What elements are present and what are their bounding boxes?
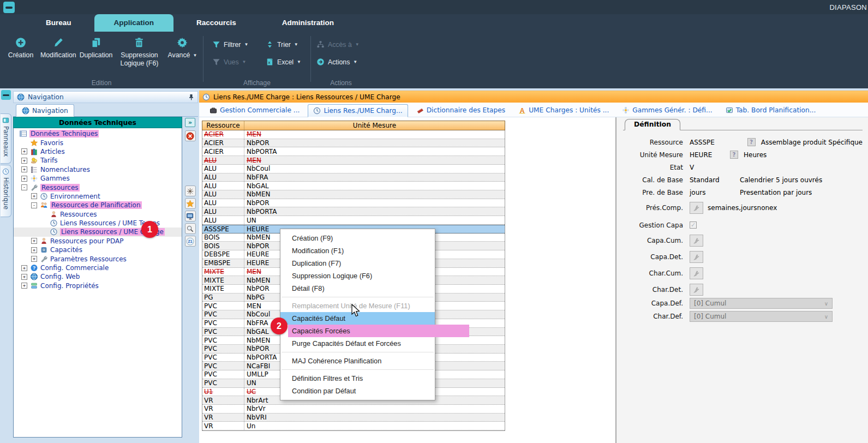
table-row[interactable]: ALUNbPORTA bbox=[202, 207, 505, 216]
document-tab-1[interactable]: Gestion Commerciale ... bbox=[205, 104, 304, 117]
menu-item-modification-f1[interactable]: Modification (F1) bbox=[280, 244, 435, 257]
menu-item-d-finition-filtres-et-tris[interactable]: Définition Filtres et Tris bbox=[280, 372, 435, 385]
tree-item-config-commerciale[interactable]: +?Config. Commerciale bbox=[14, 264, 182, 272]
expand-icon[interactable]: + bbox=[31, 193, 37, 199]
column-header-unite-mesure[interactable]: Unité Mesure bbox=[244, 121, 505, 130]
document-tab-5[interactable]: Gammes Génér. : Défi... bbox=[617, 104, 717, 117]
expand-icon[interactable]: + bbox=[31, 238, 37, 244]
table-row[interactable]: VRNbVRI bbox=[202, 414, 505, 422]
tree-item-ressources-de-planification[interactable]: -Ressources de Planification bbox=[14, 201, 182, 209]
definition-tab[interactable]: Définition bbox=[625, 119, 680, 130]
help-button[interactable]: ? bbox=[730, 151, 738, 159]
help-button[interactable]: ? bbox=[747, 138, 756, 146]
display-button[interactable] bbox=[185, 211, 196, 222]
avance-button[interactable]: Avancé▼ bbox=[166, 37, 199, 59]
sort-button[interactable]: Z1 bbox=[185, 236, 196, 247]
tree-item-nomenclatures[interactable]: +Nomenclatures bbox=[14, 165, 182, 174]
trier-button[interactable]: Trier ▼ bbox=[266, 40, 298, 49]
document-tab-2[interactable]: Liens Res./UME Charg... bbox=[308, 104, 408, 117]
edit-hand-button[interactable] bbox=[690, 284, 703, 296]
table-row[interactable]: ALUUN bbox=[202, 216, 505, 225]
table-row[interactable]: ALUNbFRA bbox=[202, 173, 505, 182]
edit-hand-button[interactable] bbox=[690, 202, 703, 214]
tree-item-capacit-s[interactable]: +Capacités bbox=[14, 246, 182, 254]
tree-item-config-web[interactable]: +Config. Web bbox=[14, 272, 182, 281]
close-panel-button[interactable] bbox=[185, 130, 196, 141]
table-row[interactable]: ALUNbMEN bbox=[202, 190, 505, 199]
table-row[interactable]: ACIERNbPORTA bbox=[202, 147, 505, 156]
dropdown-char-def-[interactable]: [0] Cumul∨ bbox=[690, 311, 833, 322]
panneaux-side-tab[interactable]: Panneaux bbox=[1, 113, 11, 164]
excel-button[interactable]: x Excel ▼ bbox=[266, 58, 301, 66]
app-logo-icon[interactable] bbox=[3, 2, 15, 13]
tree-item-ressources[interactable]: +Ressources bbox=[14, 210, 182, 219]
edit-hand-button[interactable] bbox=[690, 267, 703, 279]
edit-hand-button[interactable] bbox=[690, 251, 703, 263]
app-logo-icon[interactable] bbox=[1, 90, 11, 100]
table-row[interactable]: ALUNbPOR bbox=[202, 199, 505, 208]
menu-item-d-tail-f8[interactable]: Détail (F8) bbox=[280, 282, 435, 295]
expand-icon[interactable]: + bbox=[21, 166, 27, 172]
tree-item-ressources[interactable]: -Ressources bbox=[14, 183, 182, 191]
tree-item-ressources-pour-pdap[interactable]: +Ressources pour PDAP bbox=[14, 237, 182, 246]
menu-item-condition-par-d-faut[interactable]: Condition par Défaut bbox=[280, 385, 435, 397]
expand-icon[interactable]: + bbox=[21, 274, 27, 280]
modification-button[interactable]: Modification bbox=[40, 37, 76, 59]
menu-item-purge-capacit-s-d-faut-et-forc-es[interactable]: Purge Capacités Défaut et Forcées bbox=[280, 337, 435, 350]
document-tab-3[interactable]: Dictionnaire des Etapes bbox=[411, 104, 511, 117]
menu-item-duplication-f7[interactable]: Duplication (F7) bbox=[280, 257, 435, 270]
document-tab-6[interactable]: Tab. Bord Planification... bbox=[721, 104, 821, 117]
table-row[interactable]: VRUn bbox=[202, 422, 505, 430]
expand-icon[interactable]: + bbox=[21, 265, 27, 271]
tab-administration[interactable]: Administration bbox=[259, 14, 357, 32]
menu-item-maj-coh-rence-planification[interactable]: MAJ Cohérence Planification bbox=[280, 355, 435, 367]
pin-icon[interactable] bbox=[188, 94, 194, 100]
tree-item-donn-es-techniques[interactable]: Données Techniques bbox=[14, 129, 182, 138]
expand-icon[interactable]: + bbox=[31, 256, 37, 262]
expand-tree-button[interactable]: » bbox=[185, 118, 195, 127]
table-row[interactable]: ACIERMEN bbox=[202, 130, 505, 139]
table-row[interactable]: ALUMEN bbox=[202, 156, 505, 165]
tree-item-config-propri-t-s[interactable]: +Config. Propriétés bbox=[14, 282, 182, 290]
menu-item-suppression-logique-f6[interactable]: Suppression Logique (F6) bbox=[280, 270, 435, 282]
navigation-tab[interactable]: Navigation bbox=[16, 104, 74, 117]
tree-item-gammes[interactable]: +Gammes bbox=[14, 174, 182, 183]
expand-icon[interactable]: + bbox=[21, 158, 27, 164]
tree-item-tarifs[interactable]: +Tarifs bbox=[14, 156, 182, 165]
suppression-logique-button[interactable]: Suppression Logique (F6) bbox=[116, 37, 163, 68]
table-row[interactable]: ACIERNbPOR bbox=[202, 139, 505, 148]
historique-side-tab[interactable]: Historique bbox=[1, 165, 11, 217]
vues-button[interactable]: Vues ▼ bbox=[212, 58, 255, 66]
tree-item-favoris[interactable]: +Favoris bbox=[14, 138, 182, 147]
actions-button[interactable]: Actions ▼ bbox=[316, 58, 371, 66]
tab-raccourcis[interactable]: Raccourcis bbox=[173, 14, 259, 32]
menu-item-capacit-s-forc-es[interactable]: Capacités Forcées bbox=[280, 325, 435, 337]
collapse-icon[interactable]: - bbox=[21, 184, 27, 190]
edit-hand-button[interactable] bbox=[690, 235, 703, 247]
table-row[interactable]: ALUNbGAL bbox=[202, 182, 505, 190]
expand-icon[interactable]: + bbox=[31, 247, 37, 253]
tree-item-environnement[interactable]: +Environnement bbox=[14, 192, 182, 201]
tree-item-articles[interactable]: +Articles bbox=[14, 147, 182, 156]
tools-button[interactable] bbox=[185, 185, 196, 196]
search-button[interactable] bbox=[185, 223, 196, 234]
tab-bureau[interactable]: Bureau bbox=[23, 14, 94, 32]
tab-application[interactable]: Application bbox=[94, 14, 174, 32]
creation-button[interactable]: Création bbox=[4, 37, 37, 59]
duplication-button[interactable]: Duplication bbox=[80, 37, 113, 59]
expand-icon[interactable]: + bbox=[21, 148, 27, 154]
expand-icon[interactable]: + bbox=[21, 283, 27, 289]
favorites-button[interactable] bbox=[185, 198, 196, 209]
expand-icon[interactable]: + bbox=[21, 176, 27, 182]
tree-item-param-tres-ressources[interactable]: +Paramètres Ressources bbox=[14, 254, 182, 263]
dropdown-capa-def-[interactable]: [0] Cumul∨ bbox=[690, 298, 833, 309]
table-row[interactable]: ALUNbCoul bbox=[202, 165, 505, 173]
document-tab-4[interactable]: AUME Charges : Unités ... bbox=[513, 104, 614, 117]
gestion-capa-checkbox[interactable]: ✓ bbox=[690, 222, 697, 229]
menu-item-cr-ation-f9[interactable]: Création (F9) bbox=[280, 232, 435, 244]
column-header-ressource[interactable]: Ressource bbox=[202, 121, 244, 130]
acces-a-button[interactable]: Accès à ▼ bbox=[316, 40, 371, 49]
filtrer-button[interactable]: Filtrer ▼ bbox=[212, 40, 255, 49]
collapse-icon[interactable]: - bbox=[31, 202, 37, 208]
table-row[interactable]: VRNbrVr bbox=[202, 405, 505, 414]
